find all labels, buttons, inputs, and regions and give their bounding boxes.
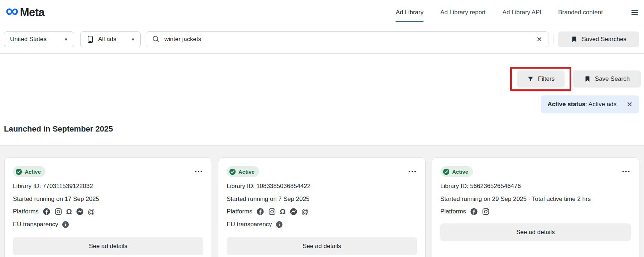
info-icon[interactable]: [62, 221, 69, 228]
check-circle-icon: [443, 168, 450, 175]
library-id: Library ID: 1083385036854422: [227, 183, 417, 190]
search-toolbar: United States ▼ All ads ▼ ✕ Saved Search…: [0, 25, 644, 54]
section-heading: Launched in September 2025: [4, 124, 644, 134]
applied-filters-row: Active status: Active ads ✕: [0, 95, 644, 113]
status-badge: Active: [13, 166, 45, 177]
messenger-icon: [76, 208, 84, 216]
header-nav: Ad Library Ad Library report Ad Library …: [396, 8, 639, 17]
eu-transparency-label: EU transparency: [227, 221, 272, 228]
library-id: Library ID: 566236526546476: [440, 183, 631, 190]
active-status-filter-chip: Active status: Active ads ✕: [541, 95, 639, 113]
remove-filter-icon[interactable]: ✕: [626, 101, 633, 108]
info-icon[interactable]: [276, 221, 283, 228]
bookmark-icon: [584, 75, 591, 83]
filters-label: Filters: [538, 75, 555, 83]
ad-card: Active ••• Library ID: 770311539122032 S…: [5, 158, 212, 257]
bookmark-icon: [571, 36, 578, 43]
top-navigation-bar: ∞ Meta Ad Library Ad Library report Ad L…: [0, 0, 644, 25]
ad-card: Active ••• Library ID: 566236526546476 S…: [432, 158, 639, 257]
platforms-row: Platforms: [440, 208, 631, 216]
platforms-row: Platforms Ω @: [227, 208, 417, 216]
chevron-down-icon: ▼: [64, 37, 68, 41]
vertical-divider: [553, 34, 553, 45]
started-running-date: Started running on 17 Sep 2025: [13, 196, 203, 203]
more-options-icon[interactable]: •••: [408, 169, 417, 174]
instagram-icon: [54, 208, 62, 216]
platforms-label: Platforms: [227, 208, 252, 215]
filter-funnel-icon: [527, 75, 534, 83]
country-dropdown[interactable]: United States ▼: [4, 31, 74, 47]
search-input[interactable]: [164, 36, 532, 43]
meta-wordmark: Meta: [20, 6, 45, 19]
card-divider: [440, 252, 631, 252]
audience-network-icon: Ω: [66, 208, 72, 215]
save-search-button[interactable]: Save Search: [573, 70, 641, 88]
see-ad-details-button[interactable]: See ad details: [227, 237, 417, 255]
status-badge: Active: [227, 166, 259, 177]
chip-label-bold: Active status: [547, 101, 585, 108]
eu-transparency-row: EU transparency: [227, 221, 417, 228]
search-box: ✕: [146, 31, 548, 47]
messenger-icon: [290, 208, 297, 216]
see-ad-details-button[interactable]: See ad details: [13, 237, 203, 255]
tab-ad-library-api[interactable]: Ad Library API: [503, 9, 542, 22]
filters-toolbar: Filters Save Search: [0, 67, 644, 91]
started-running-date: Started running on 7 Sep 2025: [227, 196, 417, 203]
meta-infinity-icon: ∞: [6, 5, 19, 17]
check-circle-icon: [15, 168, 22, 175]
search-icon: [152, 35, 160, 43]
check-circle-icon: [229, 168, 236, 175]
see-ad-details-button[interactable]: See ad details: [440, 223, 631, 241]
facebook-icon: [470, 208, 478, 216]
save-search-label: Save Search: [595, 75, 630, 83]
meta-logo[interactable]: ∞ Meta: [6, 6, 44, 19]
status-badge-label: Active: [452, 169, 468, 175]
chip-label-value: : Active ads: [585, 101, 616, 108]
country-dropdown-value: United States: [10, 36, 47, 43]
eu-transparency-label: EU transparency: [13, 221, 58, 228]
device-icon: [86, 35, 95, 44]
threads-icon: @: [301, 208, 309, 215]
facebook-icon: [43, 208, 50, 216]
annotation-highlight-box: Filters: [510, 67, 571, 91]
more-options-icon[interactable]: •••: [195, 169, 203, 174]
ad-card: Active ••• Library ID: 1083385036854422 …: [218, 158, 425, 257]
hamburger-menu-icon[interactable]: [630, 8, 639, 17]
instagram-icon: [268, 208, 276, 216]
status-badge-label: Active: [25, 169, 41, 175]
tab-ad-library[interactable]: Ad Library: [396, 9, 423, 22]
more-options-icon[interactable]: •••: [622, 169, 631, 174]
platforms-label: Platforms: [440, 208, 466, 215]
platforms-row: Platforms Ω @: [13, 208, 203, 216]
started-running-date: Started running on 29 Sep 2025 · Total a…: [440, 196, 631, 203]
ad-results-grid: Active ••• Library ID: 770311539122032 S…: [0, 145, 644, 257]
platforms-label: Platforms: [13, 208, 39, 215]
library-id: Library ID: 770311539122032: [13, 183, 203, 190]
status-badge: Active: [440, 166, 473, 177]
saved-searches-label: Saved Searches: [582, 36, 626, 43]
chevron-down-icon: ▼: [131, 37, 135, 41]
threads-icon: @: [88, 208, 95, 215]
tab-ad-library-report[interactable]: Ad Library report: [440, 9, 486, 22]
audience-network-icon: Ω: [280, 208, 286, 215]
eu-transparency-row: EU transparency: [13, 221, 203, 228]
tab-branded-content[interactable]: Branded content: [558, 9, 603, 22]
status-badge-label: Active: [238, 169, 255, 175]
saved-searches-button[interactable]: Saved Searches: [558, 31, 639, 47]
ad-type-dropdown-value: All ads: [98, 36, 116, 43]
instagram-icon: [482, 208, 490, 216]
facebook-icon: [256, 208, 264, 216]
filters-button[interactable]: Filters: [517, 70, 565, 88]
ad-type-dropdown[interactable]: All ads ▼: [80, 31, 141, 47]
clear-search-icon[interactable]: ✕: [536, 36, 542, 43]
